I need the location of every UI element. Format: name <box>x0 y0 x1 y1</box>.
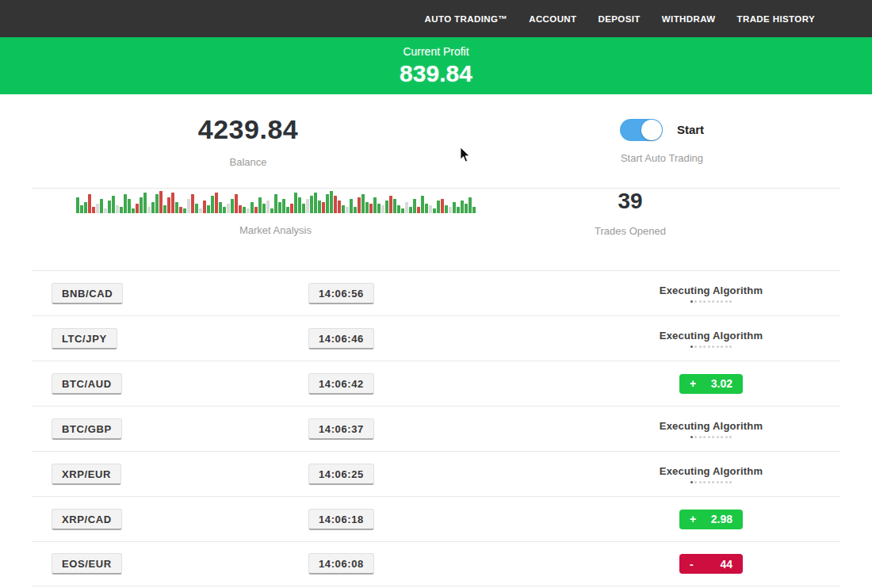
time-badge[interactable]: 14:06:25 <box>308 464 374 485</box>
trade-result-badge: + 3.02 <box>679 374 743 394</box>
pair-badge[interactable]: XRP/CAD <box>52 509 122 530</box>
balance-label: Balance <box>0 156 496 168</box>
market-bar <box>397 205 400 213</box>
time-badge[interactable]: 14:06:46 <box>308 328 374 349</box>
progress-dot <box>729 346 732 348</box>
market-bar <box>286 207 289 213</box>
time-badge[interactable]: 14:06:42 <box>308 373 374 395</box>
time-badge[interactable]: 14:06:08 <box>308 553 374 575</box>
progress-dot <box>712 481 714 483</box>
market-bar <box>159 191 163 213</box>
progress-dot <box>725 300 728 303</box>
market-bar <box>298 197 301 213</box>
pair-badge[interactable]: BTC/GBP <box>52 418 122 440</box>
market-bar <box>100 199 103 213</box>
market-bar <box>457 207 460 213</box>
pair-badge[interactable]: BTC/AUD <box>52 373 122 395</box>
pair-badge[interactable]: XRP/EUR <box>52 464 121 485</box>
market-bar <box>417 207 420 213</box>
table-row: BTC/GBP 14:06:37 Executing Algorithm <box>32 406 840 451</box>
progress-dot <box>729 481 732 483</box>
market-bar <box>306 199 309 213</box>
market-bar <box>175 202 178 213</box>
market-bar <box>254 207 258 213</box>
progress-dot <box>694 346 697 348</box>
toggle-label: Start <box>677 123 704 136</box>
time-badge[interactable]: 14:06:18 <box>308 509 374 530</box>
progress-dot <box>725 436 728 438</box>
progress-dot <box>703 300 706 303</box>
balance-block: 4239.84 Balance <box>0 94 496 188</box>
market-bar <box>143 193 147 213</box>
market-analysis-block: Market Analysis <box>32 189 465 237</box>
progress-dot-active <box>690 300 693 303</box>
market-bar <box>247 208 250 213</box>
market-bar <box>92 207 95 213</box>
result-value: 3.02 <box>711 377 732 390</box>
progress-dot <box>694 481 697 483</box>
market-bar <box>365 202 369 213</box>
nav-item-withdraw[interactable]: WITHDRAW <box>662 14 716 24</box>
progress-dot <box>699 300 702 303</box>
result-sign: + <box>690 513 696 525</box>
time-badge[interactable]: 14:06:56 <box>308 283 374 304</box>
market-bar <box>318 200 321 213</box>
nav-item-trade-history[interactable]: TRADE HISTORY <box>737 14 816 24</box>
trade-status: + 2.98 <box>636 510 786 529</box>
market-bar <box>330 191 333 213</box>
trade-status: Executing Algorithm <box>636 420 786 438</box>
trades-list: BNB/CAD 14:06:56 Executing Algorithm LTC… <box>0 270 872 586</box>
market-bar <box>104 208 107 213</box>
progress-dot <box>703 436 706 438</box>
progress-dot <box>721 481 723 483</box>
top-navigation: AUTO TRADING™ ACCOUNT DEPOSIT WITHDRAW T… <box>0 0 872 37</box>
market-bar <box>80 205 83 213</box>
progress-dot <box>717 436 719 438</box>
auto-trading-caption: Start Auto Trading <box>621 152 703 164</box>
market-bar <box>207 205 210 213</box>
pair-badge[interactable]: BNB/CAD <box>52 283 123 304</box>
market-analysis-chart <box>76 189 476 213</box>
market-bar <box>243 207 246 213</box>
market-bar <box>385 200 388 213</box>
trade-result-badge: + 2.98 <box>679 510 743 529</box>
progress-dot <box>712 346 714 348</box>
market-bar <box>223 207 226 213</box>
progress-dot <box>712 300 714 303</box>
market-bar <box>441 199 444 213</box>
result-sign: + <box>690 377 696 390</box>
auto-trading-block: Start Start Auto Trading <box>496 94 872 188</box>
progress-dot <box>729 300 732 303</box>
time-badge[interactable]: 14:06:37 <box>308 418 374 440</box>
trades-opened-label: Trades Opened <box>595 225 666 237</box>
progress-dot <box>699 346 702 348</box>
result-value: 44 <box>720 558 732 571</box>
market-bar <box>361 194 365 213</box>
executing-algorithm-label: Executing Algorithm <box>660 284 763 296</box>
pair-badge[interactable]: LTC/JPY <box>52 328 117 349</box>
pair-badge[interactable]: EOS/EUR <box>52 553 122 575</box>
nav-item-deposit[interactable]: DEPOSIT <box>599 14 641 24</box>
result-sign: - <box>690 558 694 571</box>
market-bar <box>231 199 234 213</box>
market-bar <box>258 197 262 213</box>
table-row: XRP/EUR 14:06:25 Executing Algorithm <box>32 451 840 496</box>
market-bar <box>405 202 408 213</box>
market-bar <box>433 208 436 213</box>
table-row: EOS/EUR 14:06:08 - 44 <box>32 541 840 586</box>
market-bar <box>163 205 166 213</box>
market-bar <box>120 207 123 213</box>
table-row: BTC/AUD 14:06:42 + 3.02 <box>32 361 840 406</box>
market-bar <box>116 205 119 213</box>
nav-item-auto-trading[interactable]: AUTO TRADING™ <box>425 14 508 24</box>
progress-dot <box>717 481 719 483</box>
market-bar <box>274 194 277 213</box>
market-bar <box>147 207 151 213</box>
auto-trading-toggle[interactable] <box>620 119 663 141</box>
market-bar <box>350 199 353 213</box>
market-bar <box>413 199 416 213</box>
nav-item-account[interactable]: ACCOUNT <box>529 14 576 24</box>
market-bar <box>358 197 361 213</box>
stats-row-balance: 4239.84 Balance Start Start Auto Trading <box>0 94 872 188</box>
progress-dot <box>699 481 702 483</box>
